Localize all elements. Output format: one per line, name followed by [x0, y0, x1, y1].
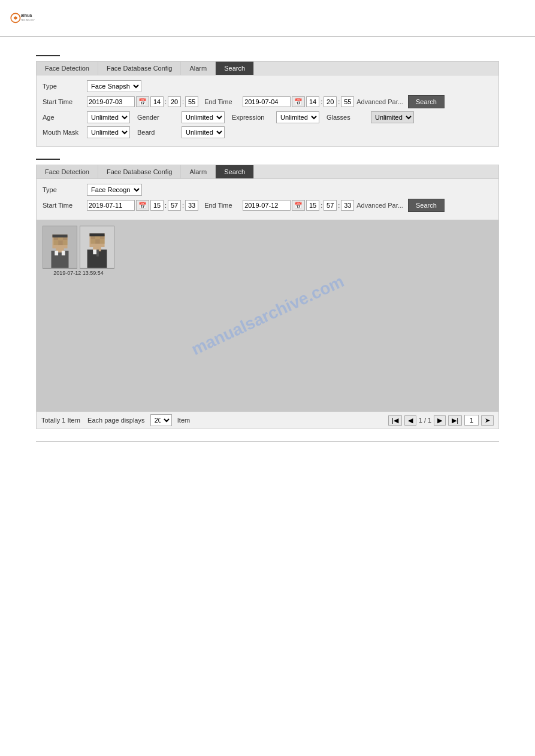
per-page-label: Each page displays: [87, 417, 144, 424]
panel1: Face Detection Face Database Config Alar…: [36, 61, 499, 147]
photo-box-2[interactable]: [80, 226, 114, 269]
svg-rect-26: [93, 250, 96, 254]
page-info: 1 / 1: [419, 417, 431, 424]
bottom-line: [36, 441, 499, 442]
tab2-face-database-config[interactable]: Face Database Config: [98, 165, 181, 178]
panel1-form: Type Face Snapsh Start Time 📅 : :: [37, 75, 498, 146]
dahua-logo: alhua TECHNOLOGY: [10, 5, 36, 31]
tab-search[interactable]: Search: [216, 62, 254, 75]
glasses-select[interactable]: Unlimited: [371, 111, 414, 123]
tab-face-database-config[interactable]: Face Database Config: [98, 62, 181, 75]
start-time-label: Start Time: [43, 98, 84, 105]
end-time-group: 📅 : :: [243, 96, 354, 107]
end-time2-label: End Time: [204, 202, 240, 209]
end-min2-input[interactable]: [324, 200, 337, 211]
end-hour-input[interactable]: [306, 96, 319, 107]
start-hour2-input[interactable]: [150, 200, 164, 211]
type2-select[interactable]: Face Recogn: [87, 184, 142, 196]
start-cal2-icon[interactable]: 📅: [136, 200, 149, 211]
end-time2-group: 📅 : :: [243, 200, 354, 211]
form2-row-time: Start Time 📅 : : End Time 📅: [43, 199, 492, 212]
svg-rect-14: [62, 251, 65, 256]
main-content: Face Detection Face Database Config Alar…: [0, 37, 535, 454]
advanced-par2-link[interactable]: Advanced Par...: [356, 202, 403, 209]
first-page-button[interactable]: |◀: [388, 415, 402, 426]
form-row-attributes1: Age Unlimited Gender Unlimited Expressio…: [43, 111, 492, 123]
end-hour2-input[interactable]: [306, 200, 319, 211]
tab2-search[interactable]: Search: [216, 165, 254, 178]
beard-select[interactable]: Unlimited: [182, 126, 225, 138]
pagination-info: Totally 1 Item Each page displays 20 Ite…: [41, 414, 190, 426]
end-sec2-input[interactable]: [341, 200, 354, 211]
pagination-bar: Totally 1 Item Each page displays 20 Ite…: [37, 411, 498, 429]
photo-timestamp: 2019-07-12 13:59:54: [53, 270, 104, 276]
end-cal-icon[interactable]: 📅: [292, 96, 305, 107]
end-date2-input[interactable]: [243, 200, 291, 211]
start-time2-group: 📅 : :: [87, 200, 198, 211]
svg-rect-4: [52, 251, 69, 268]
panel2-form: Type Face Recogn Start Time 📅 : :: [37, 179, 498, 220]
page-header: alhua TECHNOLOGY: [0, 0, 535, 37]
end-time-label: End Time: [204, 98, 240, 105]
search2-button[interactable]: Search: [408, 199, 445, 212]
photo-result-item[interactable]: 2019-07-12 13:59:54: [43, 226, 114, 276]
start-date2-input[interactable]: [87, 200, 135, 211]
start-min2-input[interactable]: [168, 200, 181, 211]
gender-label: Gender: [137, 114, 179, 121]
total-items: Totally 1 Item: [41, 417, 80, 424]
last-page-button[interactable]: ▶|: [448, 415, 462, 426]
pagination-controls: |◀ ◀ 1 / 1 ▶ ▶| ➤: [388, 415, 494, 426]
next-page-button[interactable]: ▶: [434, 415, 446, 426]
end-cal2-icon[interactable]: 📅: [292, 200, 305, 211]
form-row-type: Type Face Snapsh: [43, 80, 492, 92]
end-min-input[interactable]: [324, 96, 337, 107]
svg-rect-10: [53, 240, 58, 245]
svg-rect-12: [63, 240, 68, 245]
start-sec-input[interactable]: [185, 96, 198, 107]
start-min-input[interactable]: [168, 96, 181, 107]
start-time2-label: Start Time: [43, 202, 84, 209]
item-label: Item: [177, 417, 190, 424]
form-row-attributes2: Mouth Mask Unlimited Beard Unlimited: [43, 126, 492, 138]
type2-label: Type: [43, 186, 84, 193]
photo-pair: [43, 226, 114, 269]
end-sec-input[interactable]: [341, 96, 354, 107]
tab-face-detection[interactable]: Face Detection: [37, 62, 98, 75]
per-page-select[interactable]: 20: [150, 414, 172, 426]
svg-rect-25: [100, 239, 105, 244]
go-button[interactable]: ➤: [481, 415, 494, 426]
tab2-face-detection[interactable]: Face Detection: [37, 165, 98, 178]
type-select[interactable]: Face Snapsh: [87, 80, 141, 92]
svg-rect-11: [58, 240, 63, 245]
panel2-tab-bar: Face Detection Face Database Config Alar…: [37, 165, 498, 179]
svg-rect-24: [95, 239, 100, 244]
prev-page-button[interactable]: ◀: [404, 415, 416, 426]
tab-alarm[interactable]: Alarm: [181, 62, 216, 75]
svg-rect-27: [96, 250, 99, 257]
panel1-tab-bar: Face Detection Face Database Config Alar…: [37, 62, 498, 75]
start-hour-input[interactable]: [150, 96, 164, 107]
gender-select[interactable]: Unlimited: [182, 111, 225, 123]
form-row-time: Start Time 📅 : : End Time 📅: [43, 95, 492, 108]
start-date-input[interactable]: [87, 96, 135, 107]
start-sec2-input[interactable]: [185, 200, 198, 211]
page-input[interactable]: [464, 415, 479, 426]
end-date-input[interactable]: [243, 96, 291, 107]
svg-rect-23: [90, 239, 95, 244]
tab2-alarm[interactable]: Alarm: [181, 165, 216, 178]
svg-rect-28: [89, 233, 104, 236]
expression-select[interactable]: Unlimited: [276, 111, 319, 123]
beard-label: Beard: [137, 129, 179, 136]
advanced-par-link[interactable]: Advanced Par...: [356, 98, 403, 105]
panel2: Face Detection Face Database Config Alar…: [36, 165, 499, 429]
svg-text:TECHNOLOGY: TECHNOLOGY: [21, 19, 35, 22]
search-button[interactable]: Search: [408, 95, 445, 108]
photo-box-1[interactable]: [43, 226, 77, 269]
form2-row-type: Type Face Recogn: [43, 184, 492, 196]
svg-text:alhua: alhua: [21, 13, 33, 18]
start-cal-icon[interactable]: 📅: [136, 96, 149, 107]
watermark: manualsarchive.com: [188, 272, 347, 359]
mouth-mask-select[interactable]: Unlimited: [87, 126, 130, 138]
age-select[interactable]: Unlimited: [87, 111, 130, 123]
age-label: Age: [43, 114, 84, 121]
